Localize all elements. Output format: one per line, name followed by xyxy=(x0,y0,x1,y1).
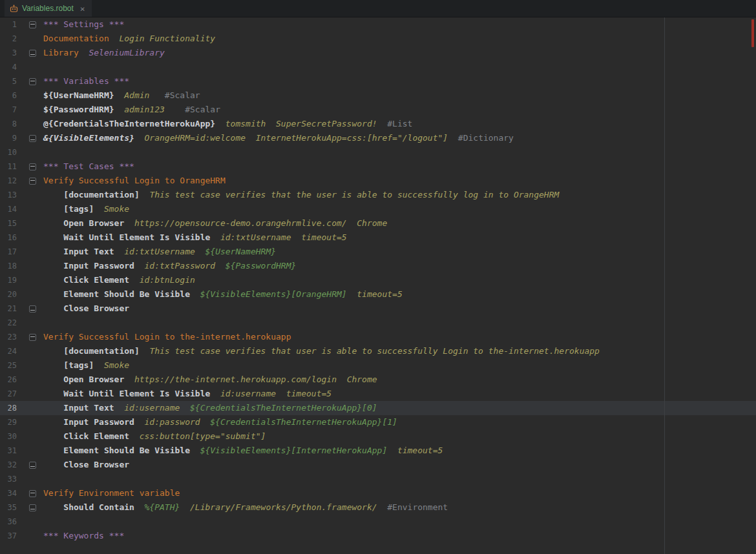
fold-end-icon[interactable] xyxy=(29,462,36,469)
line-number[interactable]: 27 xyxy=(0,387,17,401)
error-stripe-mark[interactable] xyxy=(751,19,754,47)
code-editor[interactable]: 1*** Settings ***2Documentation Login Fu… xyxy=(0,17,756,554)
fold-gutter[interactable] xyxy=(17,159,40,174)
line-number[interactable]: 11 xyxy=(0,159,17,174)
line-number[interactable]: 34 xyxy=(0,486,17,500)
code-line[interactable]: 11*** Test Cases *** xyxy=(0,159,756,174)
fold-end-icon[interactable] xyxy=(29,50,36,57)
line-number[interactable]: 8 xyxy=(0,117,17,131)
line-number[interactable]: 29 xyxy=(0,415,17,429)
code-line[interactable]: 18 Input Password id:txtPassword ${Passw… xyxy=(0,259,756,273)
code-line[interactable]: 36 xyxy=(0,515,756,529)
code-line[interactable]: 21 Close Browser xyxy=(0,302,756,316)
fold-start-icon[interactable] xyxy=(29,21,36,28)
fold-start-icon[interactable] xyxy=(29,178,36,185)
line-number[interactable]: 36 xyxy=(0,515,17,529)
code-line[interactable]: 8@{CredentialsTheInternetHerokuApp} toms… xyxy=(0,117,756,131)
line-number[interactable]: 32 xyxy=(0,458,17,472)
fold-start-icon[interactable] xyxy=(29,334,36,341)
fold-start-icon[interactable] xyxy=(29,163,36,170)
line-number[interactable]: 25 xyxy=(0,358,17,373)
code-line[interactable]: 16 Wait Until Element Is Visible id:txtU… xyxy=(0,231,756,245)
line-number[interactable]: 3 xyxy=(0,46,17,60)
error-stripe-scrollbar[interactable] xyxy=(748,17,756,554)
code-line[interactable]: 34Verify Environment variable xyxy=(0,486,756,500)
line-number[interactable]: 7 xyxy=(0,103,17,117)
fold-gutter[interactable] xyxy=(17,46,40,60)
code-line[interactable]: 26 Open Browser https://the-internet.her… xyxy=(0,373,756,387)
code-line[interactable]: 22 xyxy=(0,316,756,330)
code-line[interactable]: 30 Click Element css:button[type="submit… xyxy=(0,429,756,444)
line-number[interactable]: 18 xyxy=(0,259,17,273)
line-number[interactable]: 14 xyxy=(0,202,17,216)
fold-gutter[interactable] xyxy=(17,486,40,500)
code-line[interactable]: 2Documentation Login Functionality xyxy=(0,32,756,46)
line-number[interactable]: 22 xyxy=(0,316,17,330)
code-line[interactable]: 17 Input Text id:txtUsername ${UserNameH… xyxy=(0,245,756,259)
code-line[interactable]: 29 Input Password id:password ${Credenti… xyxy=(0,415,756,429)
code-line[interactable]: 25 [tags] Smoke xyxy=(0,358,756,373)
code-line[interactable]: 27 Wait Until Element Is Visible id:user… xyxy=(0,387,756,401)
code-line[interactable]: 20 Element Should Be Visible ${VisibleEl… xyxy=(0,287,756,302)
fold-start-icon[interactable] xyxy=(29,78,36,85)
code-line[interactable]: 7${PasswordHRM} admin123 #Scalar xyxy=(0,103,756,117)
code-line[interactable]: 12Verify Successful Login to OrangeHRM xyxy=(0,174,756,188)
code-line[interactable]: 33 xyxy=(0,472,756,486)
code-line[interactable]: 19 Click Element id:btnLogin xyxy=(0,273,756,287)
code-line[interactable]: 15 Open Browser https://opensource-demo.… xyxy=(0,216,756,231)
code-line[interactable]: 23Verify Successful Login to the-interne… xyxy=(0,330,756,344)
line-number[interactable]: 10 xyxy=(0,145,17,159)
line-number[interactable]: 26 xyxy=(0,373,17,387)
line-number[interactable]: 37 xyxy=(0,529,17,543)
line-number[interactable]: 15 xyxy=(0,216,17,231)
line-number[interactable]: 24 xyxy=(0,344,17,358)
line-number[interactable]: 2 xyxy=(0,32,17,46)
fold-start-icon[interactable] xyxy=(29,490,36,497)
tab-variables-robot[interactable]: Variables.robot × xyxy=(5,0,92,17)
code-line[interactable]: 37*** Keywords *** xyxy=(0,529,756,543)
fold-gutter[interactable] xyxy=(17,330,40,344)
fold-gutter[interactable] xyxy=(17,302,40,316)
fold-gutter[interactable] xyxy=(17,131,40,145)
line-number[interactable]: 1 xyxy=(0,17,17,32)
line-number[interactable]: 23 xyxy=(0,330,17,344)
line-number[interactable]: 30 xyxy=(0,429,17,444)
fold-gutter[interactable] xyxy=(17,500,40,515)
fold-end-icon[interactable] xyxy=(29,504,36,511)
line-number[interactable]: 17 xyxy=(0,245,17,259)
code-line[interactable]: 3Library SeleniumLibrary xyxy=(0,46,756,60)
line-number[interactable]: 20 xyxy=(0,287,17,302)
line-number[interactable]: 16 xyxy=(0,231,17,245)
fold-gutter[interactable] xyxy=(17,174,40,188)
code-line[interactable]: 31 Element Should Be Visible ${VisibleEl… xyxy=(0,444,756,458)
code-line[interactable]: 1*** Settings *** xyxy=(0,17,756,32)
line-number[interactable]: 21 xyxy=(0,302,17,316)
line-number[interactable]: 33 xyxy=(0,472,17,486)
line-number[interactable]: 35 xyxy=(0,500,17,515)
code-line[interactable]: 24 [documentation] This test case verifi… xyxy=(0,344,756,358)
code-line[interactable]: 28 Input Text id:username ${CredentialsT… xyxy=(0,401,756,415)
fold-end-icon[interactable] xyxy=(29,305,36,313)
code-line[interactable]: 5*** Variables *** xyxy=(0,74,756,88)
line-number[interactable]: 19 xyxy=(0,273,17,287)
line-number[interactable]: 6 xyxy=(0,88,17,103)
tab-close-icon[interactable]: × xyxy=(80,5,85,13)
fold-gutter[interactable] xyxy=(17,17,40,32)
line-number[interactable]: 4 xyxy=(0,60,17,74)
line-number[interactable]: 13 xyxy=(0,188,17,202)
line-number[interactable]: 31 xyxy=(0,444,17,458)
code-line[interactable]: 32 Close Browser xyxy=(0,458,756,472)
code-line[interactable]: 35 Should Contain %{PATH} /Library/Frame… xyxy=(0,500,756,515)
line-number[interactable]: 28 xyxy=(0,401,17,415)
code-line[interactable]: 10 xyxy=(0,145,756,159)
fold-end-icon[interactable] xyxy=(29,135,36,142)
code-line[interactable]: 4 xyxy=(0,60,756,74)
code-line[interactable]: 6${UserNameHRM} Admin #Scalar xyxy=(0,88,756,103)
code-line[interactable]: 13 [documentation] This test case verifi… xyxy=(0,188,756,202)
line-number[interactable]: 12 xyxy=(0,174,17,188)
code-line[interactable]: 9&{VisibleElements} OrangeHRM=id:welcome… xyxy=(0,131,756,145)
fold-gutter[interactable] xyxy=(17,74,40,88)
code-line[interactable]: 14 [tags] Smoke xyxy=(0,202,756,216)
line-number[interactable]: 5 xyxy=(0,74,17,88)
fold-gutter[interactable] xyxy=(17,458,40,472)
